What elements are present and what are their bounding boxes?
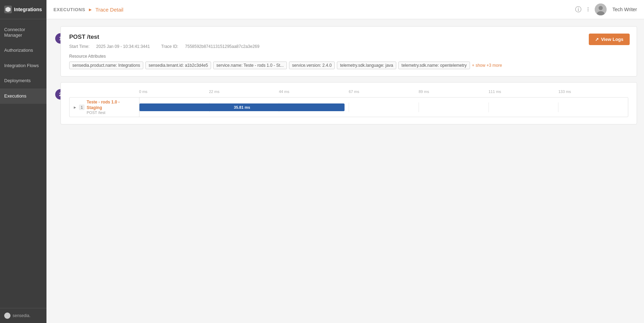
trace-row-left: ► 1 Teste - rods 1.0 - Staging POST /tes… — [70, 98, 139, 117]
svg-point-2 — [599, 6, 603, 10]
sidebar-item-label: Executions — [4, 93, 27, 99]
trace-name: Teste - rods 1.0 - Staging — [87, 100, 136, 110]
trace-bar-label: 35.81 ms — [234, 105, 250, 109]
topbar: EXECUTIONS ► Trace Detail ⓘ ⁝ Tech Write… — [46, 0, 644, 19]
time-marker-5: 111 ms — [489, 89, 558, 94]
sidebar-nav: Connector Manager Authorizations Integra… — [0, 19, 46, 308]
trace-title: POST /test — [69, 34, 628, 41]
sidebar-item-label: Deployments — [4, 78, 31, 84]
help-icon[interactable]: ⓘ — [575, 5, 581, 14]
time-marker-4: 89 ms — [419, 89, 489, 94]
view-logs-label: View Logs — [601, 37, 623, 42]
sidebar-item-label: Connector Manager — [4, 27, 42, 38]
start-time-label: Start Time: — [69, 44, 89, 49]
sensedia-icon — [4, 313, 10, 319]
time-markers-row: 0 ms 22 ms 44 ms 67 ms 89 ms 111 ms 133 … — [69, 89, 628, 94]
show-more-button[interactable]: + show +3 more — [472, 63, 502, 68]
time-marker-2: 44 ms — [279, 89, 349, 94]
view-logs-button[interactable]: ➚ View Logs — [589, 34, 630, 45]
sidebar: Integrations Connector Manager Authoriza… — [0, 0, 46, 323]
app-logo[interactable]: Integrations — [0, 0, 46, 19]
trace-info: Teste - rods 1.0 - Staging POST /test — [87, 100, 136, 115]
card2: 0 ms 22 ms 44 ms 67 ms 89 ms 111 ms 133 … — [60, 82, 637, 124]
time-marker-1: 22 ms — [209, 89, 279, 94]
resource-attributes-label: Resource Attributes — [69, 54, 628, 59]
timeline-cell — [349, 102, 419, 112]
card2-wrapper: 2 0 ms 22 ms 44 ms 67 ms 89 ms 111 ms 13… — [60, 82, 637, 124]
trace-bar: 35.81 ms — [139, 103, 345, 111]
sidebar-item-label: Authorizations — [4, 48, 33, 53]
username: Tech Writer — [612, 7, 637, 12]
trace-sub: POST /test — [87, 110, 136, 115]
breadcrumb: EXECUTIONS ► Trace Detail — [53, 7, 575, 13]
resource-tag: sensedia.product.name: Integrations — [69, 62, 143, 69]
user-avatar[interactable] — [595, 3, 607, 15]
time-marker-3: 67 ms — [349, 89, 419, 94]
trace-row: ► 1 Teste - rods 1.0 - Staging POST /tes… — [69, 97, 628, 117]
resource-tags: sensedia.product.name: Integrations sens… — [69, 62, 628, 69]
topbar-actions: ⓘ ⁝ Tech Writer — [575, 3, 637, 15]
trace-row-right: 35.81 ms — [139, 100, 628, 114]
main-content: EXECUTIONS ► Trace Detail ⓘ ⁝ Tech Write… — [46, 0, 644, 323]
start-time-value: 2025 Jan 09 - 10:34:41:3441 — [96, 44, 150, 49]
time-marker-6: 133 ms — [558, 89, 628, 94]
resource-tag: sensedia.tenant.id: a1b2c3d4e5 — [145, 62, 211, 69]
brand-name: sensedia. — [13, 313, 30, 318]
trace-timeline: 35.81 ms — [139, 102, 628, 112]
sidebar-item-executions[interactable]: Executions — [0, 88, 46, 104]
breadcrumb-parent[interactable]: EXECUTIONS — [53, 7, 85, 12]
timeline-cell — [558, 102, 628, 112]
time-marker-0: 0 ms — [139, 89, 209, 94]
brand-logo: sensedia. — [4, 313, 42, 319]
card1-wrapper: 1 POST /test Start Time: 2025 Jan 09 - 1… — [60, 26, 637, 77]
sidebar-item-label: Integration Flows — [4, 63, 39, 69]
resource-tag: telemetry.sdk.name: opentelemetry — [398, 62, 470, 69]
external-link-icon: ➚ — [595, 37, 599, 42]
trace-id-value: 7558592b874113151295aa87c2a3e269 — [185, 44, 260, 49]
resource-tag: service.version: 2.4.0 — [289, 62, 335, 69]
logo-icon — [4, 6, 12, 13]
grid-icon[interactable]: ⁝ — [587, 6, 589, 13]
resource-tag: telemetry.sdk.language: java — [337, 62, 396, 69]
avatar-image — [595, 3, 607, 15]
resource-tag: service.name: Teste - rods 1.0 - St... — [213, 62, 287, 69]
trace-id-label: Trace ID: — [161, 44, 178, 49]
expand-arrow[interactable]: ► — [73, 105, 77, 109]
card1: POST /test Start Time: 2025 Jan 09 - 10:… — [60, 26, 637, 77]
content-area: 1 POST /test Start Time: 2025 Jan 09 - 1… — [46, 19, 644, 323]
app-name: Integrations — [14, 7, 42, 12]
timeline-cell — [489, 102, 558, 112]
sidebar-item-integration-flows[interactable]: Integration Flows — [0, 58, 46, 73]
sidebar-item-connector-manager[interactable]: Connector Manager — [0, 22, 46, 43]
breadcrumb-current: Trace Detail — [95, 7, 123, 13]
trace-meta: Start Time: 2025 Jan 09 - 10:34:41:3441 … — [69, 44, 628, 49]
sidebar-item-deployments[interactable]: Deployments — [0, 73, 46, 88]
trace-count: 1 — [79, 105, 85, 110]
sidebar-item-authorizations[interactable]: Authorizations — [0, 43, 46, 58]
timeline-cell — [419, 102, 489, 112]
sidebar-footer: sensedia. — [0, 308, 46, 323]
breadcrumb-separator: ► — [88, 7, 93, 12]
